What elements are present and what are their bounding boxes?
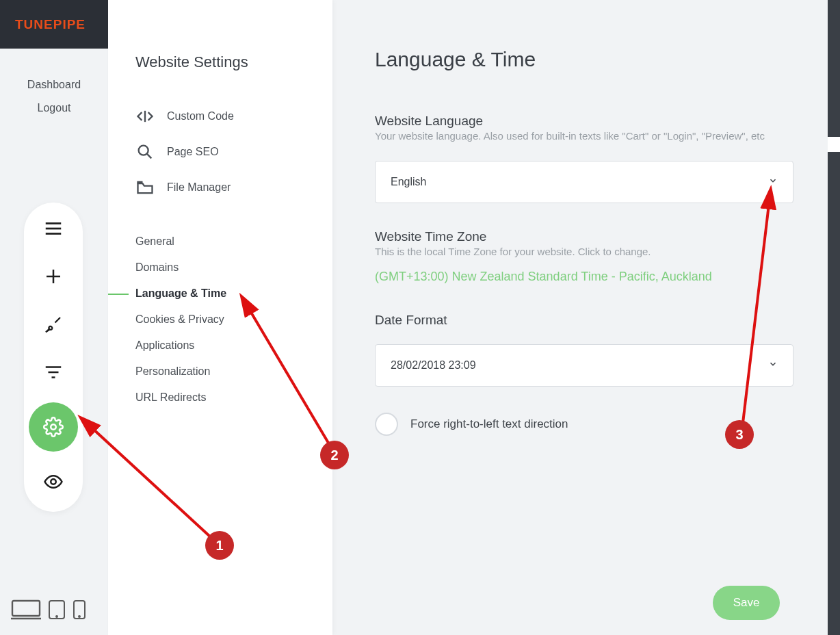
settings-title: Website Settings [108, 22, 332, 99]
rtl-toggle-label: Force right-to-left text direction [410, 417, 568, 431]
website-language-desc: Your website language. Also used for bui… [375, 130, 787, 142]
settings-item-personalization[interactable]: Personalization [108, 359, 332, 385]
svg-point-17 [139, 146, 148, 155]
device-tablet-icon[interactable] [48, 599, 66, 623]
menu-icon[interactable] [38, 213, 68, 244]
settings-item-page-seo[interactable]: Page SEO [108, 134, 332, 170]
settings-panel: Website Settings Custom Code Page SEO Fi… [108, 0, 332, 635]
date-format-select[interactable]: 28/02/2018 23:09 [375, 344, 793, 387]
settings-item-general[interactable]: General [108, 229, 332, 255]
settings-item-url-redirects[interactable]: URL Redirects [108, 385, 332, 411]
device-desktop-icon[interactable] [11, 599, 41, 623]
plus-icon[interactable] [38, 261, 68, 291]
rtl-toggle[interactable] [375, 413, 398, 436]
left-text-links: Dashboard Logout [0, 73, 108, 120]
settings-item-label: Page SEO [167, 146, 219, 158]
settings-item-domains[interactable]: Domains [108, 255, 332, 281]
gear-icon[interactable] [29, 402, 78, 452]
device-mobile-icon[interactable] [73, 599, 86, 623]
settings-item-language-time[interactable]: Language & Time [108, 281, 332, 307]
chevron-down-icon [768, 359, 778, 372]
settings-item-custom-code[interactable]: Custom Code [108, 99, 332, 134]
save-button[interactable]: Save [713, 586, 780, 620]
code-icon [135, 107, 155, 126]
settings-item-file-manager[interactable]: File Manager [108, 170, 332, 205]
website-language-select[interactable]: English [375, 161, 793, 203]
svg-point-8 [51, 424, 56, 430]
svg-rect-10 [12, 601, 40, 616]
folder-icon [135, 178, 155, 197]
brush-icon[interactable] [38, 309, 68, 339]
eye-icon[interactable] [38, 467, 68, 497]
svg-point-9 [51, 479, 56, 484]
settings-item-label: Custom Code [167, 110, 234, 122]
website-language-label: Website Language [375, 114, 787, 129]
website-language-value: English [391, 176, 426, 188]
left-rail: TUNEPIPE Dashboard Logout [0, 0, 108, 635]
dashboard-link[interactable]: Dashboard [0, 73, 108, 96]
svg-line-18 [147, 154, 151, 158]
search-icon [135, 142, 155, 161]
device-row [11, 599, 86, 623]
timezone-link[interactable]: (GMT+13:00) New Zealand Standard Time - … [375, 270, 787, 284]
date-format-label: Date Format [375, 313, 787, 328]
timezone-desc: This is the local Time Zone for your web… [375, 246, 787, 257]
brand-text: TUNEPIPE [15, 17, 86, 32]
svg-point-13 [56, 616, 57, 617]
page-title: Language & Time [375, 48, 787, 71]
right-edge-strip [828, 0, 840, 635]
main-content: Language & Time Website Language Your we… [332, 0, 828, 635]
date-format-value: 28/02/2018 23:09 [391, 359, 476, 372]
settings-item-cookies-privacy[interactable]: Cookies & Privacy [108, 307, 332, 333]
settings-item-label: File Manager [167, 181, 231, 194]
timezone-label: Website Time Zone [375, 229, 787, 244]
svg-point-15 [79, 616, 80, 617]
logout-link[interactable]: Logout [0, 96, 108, 120]
chevron-down-icon [768, 176, 778, 188]
tool-pill [24, 203, 83, 512]
brand-block: TUNEPIPE [0, 0, 108, 49]
rtl-toggle-row: Force right-to-left text direction [375, 413, 787, 436]
filter-icon[interactable] [38, 357, 68, 387]
settings-item-applications[interactable]: Applications [108, 333, 332, 359]
